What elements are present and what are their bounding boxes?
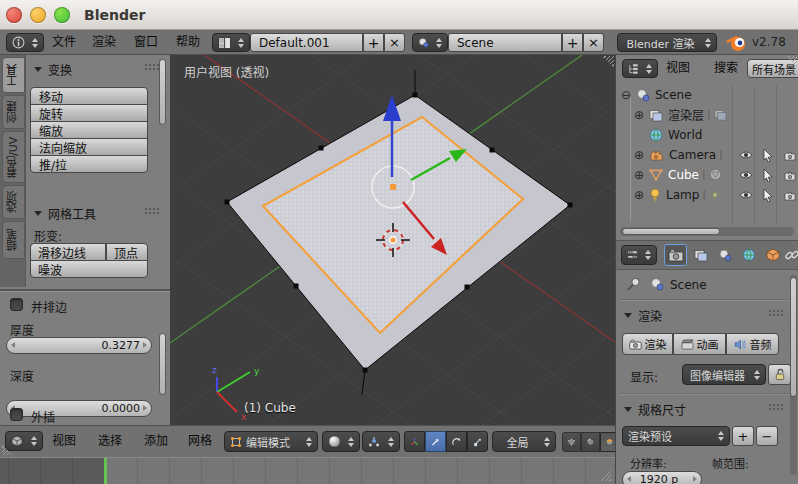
push-pull-button[interactable]: 推/拉 (30, 155, 148, 173)
render-restrict-camera-icon[interactable] (783, 190, 797, 201)
timeline-playhead[interactable] (104, 458, 107, 484)
properties-scrollbar-thumb[interactable] (790, 277, 797, 397)
manipulator-rotate-button[interactable] (446, 431, 467, 452)
scene-browse-button[interactable] (412, 33, 448, 52)
lamp-label[interactable]: Lamp (661, 188, 699, 202)
panel-drag-dots-icon[interactable] (768, 403, 783, 411)
outliner-row-camera[interactable]: ⊕ Camera | (634, 145, 726, 164)
add-preset-button[interactable]: + (732, 426, 754, 446)
tab-shading-uv[interactable]: 着色/UV (2, 131, 25, 183)
mode-dropdown[interactable]: 编辑模式 (224, 431, 318, 452)
render-restrict-camera-icon[interactable] (783, 150, 797, 161)
tab-object-properties[interactable] (761, 244, 784, 266)
render-engine-dropdown[interactable]: Blender 渲染 (617, 33, 717, 52)
slider-left-arrow-icon[interactable] (627, 476, 631, 482)
rotate-button[interactable]: 旋转 (30, 104, 148, 122)
remove-preset-button[interactable]: − (756, 426, 778, 446)
render-audio-button[interactable]: 音频 (726, 333, 779, 355)
pin-icon[interactable] (626, 277, 641, 292)
tab-options[interactable]: 选项 (2, 185, 25, 219)
menu-file[interactable]: 文件 (52, 30, 76, 55)
render-restrict-camera-icon[interactable] (783, 170, 797, 181)
add-scene-button[interactable]: + (562, 33, 583, 52)
delete-scene-button[interactable]: × (583, 33, 604, 52)
tab-create[interactable]: 创建 (2, 95, 25, 129)
window-close-button[interactable] (6, 7, 22, 23)
selectable-cursor-icon[interactable] (763, 189, 773, 202)
transform-panel-header[interactable]: 变换 (34, 61, 72, 78)
render-still-button[interactable]: 渲染 (622, 333, 673, 355)
viewport-3d[interactable]: z y x 用户视图 (透视) (1) Cube (170, 55, 615, 425)
screen-layout-browse-button[interactable] (212, 33, 250, 52)
hide-eye-icon[interactable] (739, 190, 753, 200)
menu-window[interactable]: 窗口 (134, 30, 158, 55)
window-maximize-button[interactable] (54, 7, 70, 23)
outliner-view-menu[interactable]: 视图 (666, 55, 690, 82)
tab-tools[interactable]: 工具 (2, 57, 25, 93)
tab-grease-pencil[interactable]: 蜡笔 (2, 221, 25, 259)
outliner-row-scene[interactable]: ⊖ Scene (621, 85, 692, 104)
menu-render[interactable]: 渲染 (92, 30, 116, 55)
select-mode-vertex-button[interactable] (562, 432, 581, 452)
toolshelf-scrollbar[interactable] (159, 59, 166, 125)
outset-checkbox[interactable] (10, 408, 23, 421)
slider-left-arrow-icon[interactable] (11, 342, 15, 348)
render-preset-dropdown[interactable]: 渲染预设 (622, 426, 730, 446)
selectable-cursor-icon[interactable] (763, 149, 773, 162)
manipulator-translate-button[interactable] (425, 431, 446, 452)
context-breadcrumb[interactable]: Scene (670, 278, 707, 292)
delete-layout-button[interactable]: × (384, 33, 405, 52)
outliner-hscrollbar-thumb[interactable] (622, 228, 720, 235)
panel-drag-dots-icon[interactable] (768, 309, 783, 317)
orientation-dropdown[interactable]: 全局 (492, 431, 556, 452)
editor-type-selector-properties[interactable] (621, 245, 657, 265)
outliner-row-lamp[interactable]: ⊕ Lamp | (634, 185, 721, 204)
viewport-shading-dropdown[interactable] (322, 431, 360, 452)
slider-right-arrow-icon[interactable] (143, 342, 147, 348)
window-minimize-button[interactable] (30, 7, 46, 23)
outliner-row-world[interactable]: World (649, 125, 702, 144)
vertex-slide-button[interactable]: 顶点 (106, 243, 148, 261)
selectable-cursor-icon[interactable] (763, 169, 773, 182)
operator-panel-scrollbar[interactable] (159, 333, 166, 395)
shrink-fatten-button[interactable]: 法向缩放 (30, 138, 148, 156)
depth-slider[interactable]: 0.0000 (6, 400, 152, 417)
dimensions-panel-header[interactable]: 规格尺寸 (624, 401, 686, 418)
meshtools-panel-header[interactable]: 网格工具 (34, 205, 96, 222)
expand-icon[interactable]: ⊕ (634, 168, 649, 182)
thickness-slider[interactable]: 0.3277 (6, 337, 152, 354)
tab-world-properties[interactable] (737, 244, 760, 266)
scene-label[interactable]: Scene (650, 88, 692, 102)
render-animation-button[interactable]: 动画 (673, 333, 726, 355)
render-panel-header[interactable]: 渲染 (624, 307, 662, 324)
tab-scene-properties[interactable] (713, 244, 736, 266)
menu-view[interactable]: 视图 (52, 426, 76, 457)
properties-scrollbar-track[interactable] (790, 275, 797, 475)
menu-help[interactable]: 帮助 (176, 30, 200, 55)
render-layers-label[interactable]: 渲染层 (663, 106, 704, 123)
collapse-icon[interactable]: ⊖ (621, 88, 636, 102)
editor-type-selector-info[interactable] (6, 33, 44, 52)
slider-right-arrow-icon[interactable] (693, 476, 697, 482)
camera-label[interactable]: Camera (664, 148, 716, 162)
translate-button[interactable]: 移动 (30, 87, 148, 105)
cube-label[interactable]: Cube (663, 168, 699, 182)
resolution-x-slider[interactable]: 1920 p (622, 471, 702, 484)
outliner-hscrollbar-track[interactable] (620, 227, 794, 236)
scene-name-field[interactable]: Scene (448, 33, 562, 52)
add-layout-button[interactable]: + (363, 33, 384, 52)
noise-button[interactable]: 噪波 (30, 260, 148, 278)
screen-layout-name-field[interactable]: Default.001 (250, 33, 363, 52)
manipulator-scale-button[interactable] (467, 431, 488, 452)
hide-eye-icon[interactable] (739, 150, 753, 160)
expand-icon[interactable]: ⊕ (634, 148, 649, 162)
editor-type-selector-3dview[interactable] (5, 431, 43, 451)
panel-drag-dots-icon[interactable] (144, 63, 159, 71)
outliner-display-filter-dropdown[interactable]: 所有场景 (747, 59, 798, 78)
tab-constraints-properties[interactable] (785, 244, 798, 266)
panel-drag-dots-icon[interactable] (144, 207, 159, 215)
world-label[interactable]: World (663, 128, 702, 142)
manipulator-toggle-button[interactable] (404, 431, 425, 452)
render-display-dropdown[interactable]: 图像编辑器 (682, 364, 766, 385)
editor-type-selector-outliner[interactable] (622, 59, 658, 78)
